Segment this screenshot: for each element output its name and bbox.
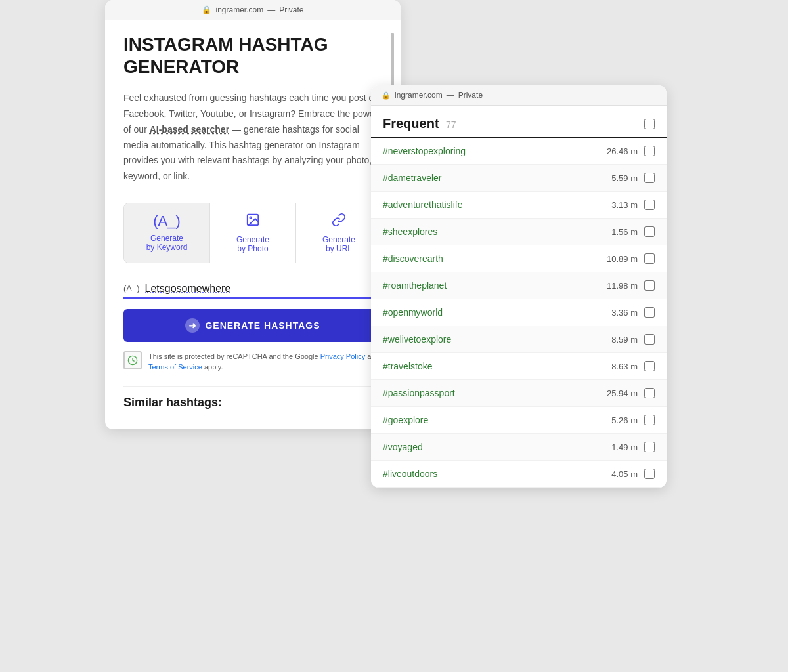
tab-url-label: Generateby URL bbox=[322, 235, 355, 253]
hashtag-row: #adventurethatislife 3.13 m bbox=[371, 192, 667, 219]
hashtag-right: 11.98 m bbox=[607, 280, 655, 291]
hashtag-right: 26.46 m bbox=[607, 146, 655, 156]
hashtag-row: #voyaged 1.49 m bbox=[371, 434, 667, 461]
hashtag-row: #travelstoke 8.63 m bbox=[371, 353, 667, 380]
keyword-input-row: (A_) bbox=[123, 283, 382, 299]
hashtag-checkbox[interactable] bbox=[644, 334, 655, 345]
hashtag-count: 5.59 m bbox=[611, 173, 638, 183]
similar-hashtags-section: Similar hashtags: bbox=[123, 386, 382, 410]
hashtag-name: #travelstoke bbox=[383, 361, 432, 371]
hashtag-count: 1.49 m bbox=[611, 442, 638, 452]
tab-photo[interactable]: Generateby Photo bbox=[210, 203, 296, 262]
svg-point-1 bbox=[250, 217, 252, 219]
left-panel: 🔒 ingramer.com — Private INSTAGRAM HASHT… bbox=[105, 0, 401, 429]
generate-hashtags-button[interactable]: ➜ GENERATE HASHTAGS bbox=[123, 309, 382, 342]
hashtag-row: #neverstopexploring 26.46 m bbox=[371, 138, 667, 165]
hashtag-list: #neverstopexploring 26.46 m #dametravele… bbox=[371, 138, 667, 488]
input-prefix-icon: (A_) bbox=[123, 284, 140, 293]
right-private-label: Private bbox=[458, 91, 483, 100]
hashtag-name: #liveoutdoors bbox=[383, 469, 437, 479]
right-domain: ingramer.com bbox=[395, 91, 443, 100]
hashtag-name: #dametraveler bbox=[383, 173, 442, 183]
recaptcha-icon bbox=[123, 351, 142, 369]
hashtag-count: 8.63 m bbox=[611, 362, 638, 371]
hashtag-right: 1.56 m bbox=[611, 226, 655, 237]
left-private-bar: 🔒 ingramer.com — Private bbox=[105, 0, 401, 20]
hashtag-checkbox[interactable] bbox=[644, 253, 655, 264]
hashtag-row: #roamtheplanet 11.98 m bbox=[371, 272, 667, 299]
hashtag-checkbox[interactable] bbox=[644, 307, 655, 318]
hashtag-checkbox[interactable] bbox=[644, 226, 655, 237]
frequent-title-group: Frequent 77 bbox=[383, 116, 456, 131]
hashtag-count: 8.59 m bbox=[611, 335, 638, 345]
left-separator: — bbox=[267, 5, 275, 14]
hashtag-right: 3.36 m bbox=[611, 307, 655, 318]
hashtag-right: 5.26 m bbox=[611, 415, 655, 425]
url-icon bbox=[332, 213, 346, 231]
hashtag-checkbox[interactable] bbox=[644, 280, 655, 291]
hashtag-right: 8.59 m bbox=[611, 334, 655, 345]
hashtag-row: #liveoutdoors 4.05 m bbox=[371, 461, 667, 488]
hashtag-right: 5.59 m bbox=[611, 173, 655, 183]
hashtag-name: #openmyworld bbox=[383, 307, 443, 318]
hashtag-name: #voyaged bbox=[383, 442, 423, 452]
page-title: INSTAGRAM HASHTAG GENERATOR bbox=[123, 33, 382, 77]
hashtag-checkbox[interactable] bbox=[644, 173, 655, 183]
hashtag-count: 26.46 m bbox=[607, 146, 638, 156]
frequent-title: Frequent bbox=[383, 116, 439, 131]
generate-button-label: GENERATE HASHTAGS bbox=[205, 320, 320, 331]
hashtag-checkbox[interactable] bbox=[644, 361, 655, 371]
hashtag-row: #goexplore 5.26 m bbox=[371, 407, 667, 434]
right-private-bar: 🔒 ingramer.com — Private bbox=[371, 85, 667, 106]
hashtag-checkbox[interactable] bbox=[644, 200, 655, 210]
tab-photo-label: Generateby Photo bbox=[236, 235, 269, 253]
generator-tabs: (A_) Generateby Keyword Generateby Photo… bbox=[123, 203, 382, 263]
hashtag-name: #discoverearth bbox=[383, 253, 443, 264]
right-lock-icon: 🔒 bbox=[382, 91, 391, 100]
photo-icon bbox=[246, 213, 260, 231]
right-panel: 🔒 ingramer.com — Private Frequent 77 #ne… bbox=[371, 85, 667, 488]
hashtag-name: #roamtheplanet bbox=[383, 280, 447, 291]
hashtag-row: #welivetoexplore 8.59 m bbox=[371, 326, 667, 353]
tab-url[interactable]: Generateby URL bbox=[296, 203, 382, 262]
left-lock-icon: 🔒 bbox=[202, 5, 211, 14]
frequent-count: 77 bbox=[446, 119, 456, 130]
select-all-checkbox[interactable] bbox=[644, 119, 655, 129]
hashtag-row: #discoverearth 10.89 m bbox=[371, 245, 667, 272]
tab-keyword-label: Generateby Keyword bbox=[146, 234, 188, 252]
hashtag-name: #passionpassport bbox=[383, 388, 455, 398]
hashtag-checkbox[interactable] bbox=[644, 146, 655, 156]
hashtag-right: 1.49 m bbox=[611, 442, 655, 452]
recaptcha-text: This site is protected by reCAPTCHA and … bbox=[148, 351, 382, 373]
hashtag-count: 1.56 m bbox=[611, 227, 638, 237]
hashtag-name: #adventurethatislife bbox=[383, 200, 462, 210]
hashtag-name: #sheexplores bbox=[383, 226, 437, 237]
privacy-policy-link[interactable]: Privacy Policy bbox=[320, 352, 365, 360]
hashtag-count: 3.13 m bbox=[611, 200, 638, 210]
hashtag-checkbox[interactable] bbox=[644, 388, 655, 398]
similar-hashtags-title: Similar hashtags: bbox=[123, 396, 382, 410]
recaptcha-notice: This site is protected by reCAPTCHA and … bbox=[123, 351, 382, 373]
keyword-icon: (A_) bbox=[153, 213, 181, 230]
hashtag-row: #passionpassport 25.94 m bbox=[371, 380, 667, 407]
hashtag-name: #welivetoexplore bbox=[383, 334, 451, 345]
page-description: Feel exhausted from guessing hashtags ea… bbox=[123, 91, 382, 184]
tab-keyword[interactable]: (A_) Generateby Keyword bbox=[124, 203, 210, 262]
hashtag-right: 8.63 m bbox=[611, 361, 655, 371]
frequent-header: Frequent 77 bbox=[371, 106, 667, 138]
hashtag-row: #openmyworld 3.36 m bbox=[371, 299, 667, 326]
hashtag-right: 25.94 m bbox=[607, 388, 655, 398]
hashtag-right: 10.89 m bbox=[607, 253, 655, 264]
terms-link[interactable]: Terms of Service bbox=[148, 363, 202, 371]
left-private-label: Private bbox=[279, 5, 303, 14]
left-domain: ingramer.com bbox=[215, 5, 263, 14]
hashtag-checkbox[interactable] bbox=[644, 415, 655, 425]
hashtag-count: 11.98 m bbox=[607, 281, 638, 291]
bold-text: AI-based searcher bbox=[150, 124, 229, 135]
hashtag-count: 5.26 m bbox=[611, 415, 638, 425]
hashtag-checkbox[interactable] bbox=[644, 469, 655, 479]
hashtag-checkbox[interactable] bbox=[644, 442, 655, 452]
keyword-input[interactable] bbox=[145, 283, 382, 295]
right-separator: — bbox=[447, 91, 454, 100]
hashtag-count: 4.05 m bbox=[611, 469, 638, 479]
